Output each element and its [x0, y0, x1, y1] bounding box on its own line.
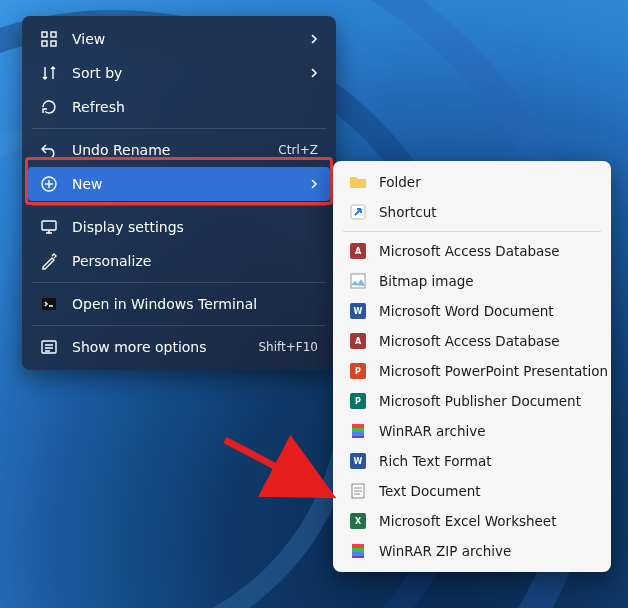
excel-icon: X: [349, 512, 367, 530]
svg-rect-9: [351, 274, 365, 288]
submenu-item-label: Folder: [379, 174, 595, 190]
submenu-item-access[interactable]: A Microsoft Access Database: [339, 236, 605, 266]
txt-icon: [349, 482, 367, 500]
submenu-item-label: Microsoft Word Document: [379, 303, 595, 319]
svg-rect-11: [352, 424, 364, 428]
menu-item-label: Display settings: [72, 219, 318, 235]
menu-item-label: Sort by: [72, 65, 304, 81]
menu-item-personalize[interactable]: Personalize: [28, 244, 330, 278]
new-submenu: Folder Shortcut A Microsoft Access Datab…: [333, 161, 611, 572]
refresh-icon: [40, 98, 58, 116]
menu-item-label: Personalize: [72, 253, 318, 269]
submenu-item-excel[interactable]: X Microsoft Excel Worksheet: [339, 506, 605, 536]
menu-item-refresh[interactable]: Refresh: [28, 90, 330, 124]
word-icon: W: [349, 302, 367, 320]
sort-icon: [40, 64, 58, 82]
menu-item-more[interactable]: Show more options Shift+F10: [28, 330, 330, 364]
menu-item-label: New: [72, 176, 304, 192]
undo-icon: [40, 141, 58, 159]
menu-item-accelerator: Ctrl+Z: [278, 143, 318, 157]
submenu-item-zip[interactable]: WinRAR ZIP archive: [339, 536, 605, 566]
folder-icon: [349, 173, 367, 191]
menu-item-sortby[interactable]: Sort by: [28, 56, 330, 90]
svg-rect-16: [352, 544, 364, 548]
submenu-item-label: Rich Text Format: [379, 453, 595, 469]
submenu-item-label: Microsoft PowerPoint Presentation: [379, 363, 608, 379]
display-icon: [40, 218, 58, 236]
submenu-item-label: Microsoft Access Database: [379, 243, 595, 259]
submenu-item-label: Microsoft Publisher Document: [379, 393, 595, 409]
svg-rect-13: [352, 432, 364, 436]
submenu-item-pub[interactable]: P Microsoft Publisher Document: [339, 386, 605, 416]
menu-item-label: Show more options: [72, 339, 250, 355]
menu-item-label: Open in Windows Terminal: [72, 296, 318, 312]
submenu-item-txt[interactable]: Text Document: [339, 476, 605, 506]
pub-icon: P: [349, 392, 367, 410]
menu-separator: [32, 205, 326, 206]
svg-rect-5: [42, 221, 56, 230]
submenu-item-access[interactable]: A Microsoft Access Database: [339, 326, 605, 356]
submenu-item-label: Microsoft Access Database: [379, 333, 595, 349]
submenu-item-label: Shortcut: [379, 204, 595, 220]
zip-icon: [349, 542, 367, 560]
personalize-icon: [40, 252, 58, 270]
svg-rect-6: [42, 298, 56, 310]
ppt-icon: P: [349, 362, 367, 380]
menu-separator: [32, 282, 326, 283]
context-menu: View Sort by Refresh Undo Rename Ctrl+Z: [22, 16, 336, 370]
svg-rect-12: [352, 428, 364, 432]
menu-item-label: View: [72, 31, 304, 47]
rar-icon: [349, 422, 367, 440]
menu-separator: [32, 128, 326, 129]
chevron-right-icon: [304, 68, 318, 78]
new-icon: [40, 175, 58, 193]
bitmap-icon: [349, 272, 367, 290]
menu-item-label: Undo Rename: [72, 142, 270, 158]
access-icon: A: [349, 242, 367, 260]
submenu-item-folder[interactable]: Folder: [339, 167, 605, 197]
submenu-item-label: Text Document: [379, 483, 595, 499]
more-icon: [40, 338, 58, 356]
svg-rect-3: [51, 41, 56, 46]
rtf-icon: W: [349, 452, 367, 470]
menu-item-undo[interactable]: Undo Rename Ctrl+Z: [28, 133, 330, 167]
svg-rect-18: [352, 552, 364, 556]
menu-item-label: Refresh: [72, 99, 318, 115]
submenu-item-label: WinRAR ZIP archive: [379, 543, 595, 559]
svg-rect-0: [42, 32, 47, 37]
desktop-background: View Sort by Refresh Undo Rename Ctrl+Z: [0, 0, 628, 608]
shortcut-icon: [349, 203, 367, 221]
submenu-item-ppt[interactable]: P Microsoft PowerPoint Presentation: [339, 356, 605, 386]
submenu-item-label: Bitmap image: [379, 273, 595, 289]
submenu-item-rar[interactable]: WinRAR archive: [339, 416, 605, 446]
svg-rect-1: [51, 32, 56, 37]
submenu-item-rtf[interactable]: W Rich Text Format: [339, 446, 605, 476]
submenu-item-shortcut[interactable]: Shortcut: [339, 197, 605, 227]
menu-item-display[interactable]: Display settings: [28, 210, 330, 244]
access-icon: A: [349, 332, 367, 350]
submenu-item-label: Microsoft Excel Worksheet: [379, 513, 595, 529]
menu-item-view[interactable]: View: [28, 22, 330, 56]
chevron-right-icon: [304, 34, 318, 44]
menu-item-terminal[interactable]: Open in Windows Terminal: [28, 287, 330, 321]
submenu-separator: [343, 231, 601, 232]
terminal-icon: [40, 295, 58, 313]
grid-icon: [40, 30, 58, 48]
chevron-right-icon: [304, 179, 318, 189]
menu-item-new[interactable]: New: [28, 167, 330, 201]
submenu-item-bitmap[interactable]: Bitmap image: [339, 266, 605, 296]
menu-item-accelerator: Shift+F10: [258, 340, 318, 354]
submenu-item-word[interactable]: W Microsoft Word Document: [339, 296, 605, 326]
svg-rect-17: [352, 548, 364, 552]
svg-rect-2: [42, 41, 47, 46]
menu-separator: [32, 325, 326, 326]
submenu-item-label: WinRAR archive: [379, 423, 595, 439]
